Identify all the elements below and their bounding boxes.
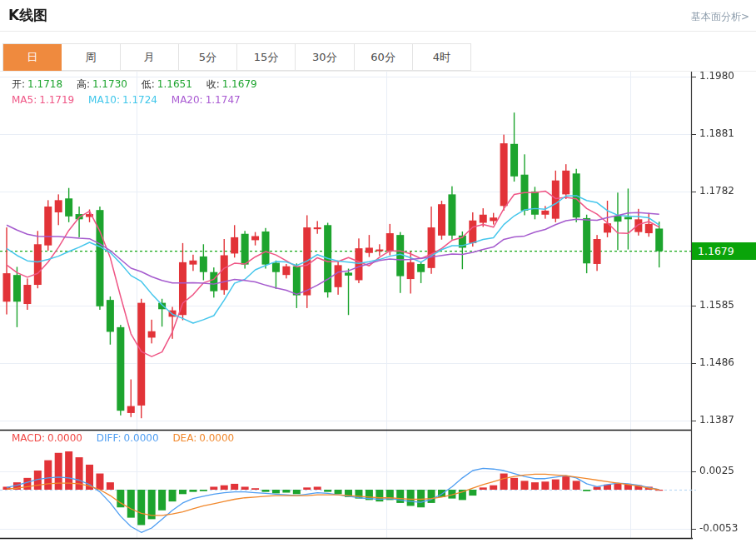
tab-interval-6[interactable]: 60分 <box>355 44 413 71</box>
high-label: 高: <box>77 78 90 90</box>
header-divider <box>0 31 756 32</box>
diff-label: DIFF: <box>97 432 122 444</box>
tab-interval-5[interactable]: 30分 <box>296 44 354 71</box>
ma20-label: MA20: <box>172 94 203 106</box>
high-value: 1.1730 <box>92 78 127 90</box>
ma5-label: MA5: <box>12 94 37 106</box>
page-title: K线图 <box>8 6 47 25</box>
price-axis-label: 1.1881 <box>699 127 734 139</box>
macd-axis-label: -0.0053 <box>699 522 738 534</box>
tab-interval-3[interactable]: 5分 <box>179 44 237 71</box>
tab-interval-2[interactable]: 月 <box>121 44 179 71</box>
macd-legend: MACD:0.0000 DIFF:0.0000 DEA:0.0000 <box>12 432 236 444</box>
price-axis-label: 1.1387 <box>699 414 734 426</box>
close-value: 1.1679 <box>222 78 257 90</box>
close-label: 收: <box>206 78 220 90</box>
tab-interval-4[interactable]: 15分 <box>237 44 296 71</box>
low-value: 1.1651 <box>157 78 192 90</box>
kline-page: { "header": { "title": "K线图", "link": "基… <box>0 0 756 543</box>
price-axis-label: 1.1782 <box>699 185 734 197</box>
open-label: 开: <box>12 78 25 90</box>
ma5-value: 1.1719 <box>39 94 74 106</box>
tab-interval-0[interactable]: 日 <box>3 44 62 71</box>
ma-legend: MA5:1.1719 MA10:1.1724 MA20:1.1747 <box>12 94 243 106</box>
low-label: 低: <box>142 78 155 90</box>
tabbar-baseline <box>0 71 756 72</box>
price-axis-label: 1.1980 <box>699 70 734 82</box>
ma20-value: 1.1747 <box>206 94 241 106</box>
ohlc-legend: 开:1.1718 高:1.1730 低:1.1651 收:1.1679 <box>12 77 260 92</box>
ma10-value: 1.1724 <box>122 94 157 106</box>
macd-label: MACD: <box>12 432 45 444</box>
open-value: 1.1718 <box>27 78 62 90</box>
dea-value: 0.0000 <box>199 432 234 444</box>
price-axis-label: 1.1486 <box>699 356 734 368</box>
diff-value: 0.0000 <box>124 432 159 444</box>
interval-tabbar: 日周月5分15分30分60分4时 <box>2 43 471 71</box>
macd-axis-label: 0.0025 <box>699 465 734 476</box>
ma10-label: MA10: <box>88 94 120 106</box>
fundamental-analysis-link[interactable]: 基本面分析> <box>691 10 749 24</box>
macd-value: 0.0000 <box>47 432 82 444</box>
current-price-badge: 1.1679 <box>692 242 756 260</box>
tab-interval-1[interactable]: 周 <box>62 44 120 71</box>
tab-interval-7[interactable]: 4时 <box>413 44 471 71</box>
price-axis-label: 1.1585 <box>699 299 734 311</box>
dea-label: DEA: <box>172 432 196 444</box>
